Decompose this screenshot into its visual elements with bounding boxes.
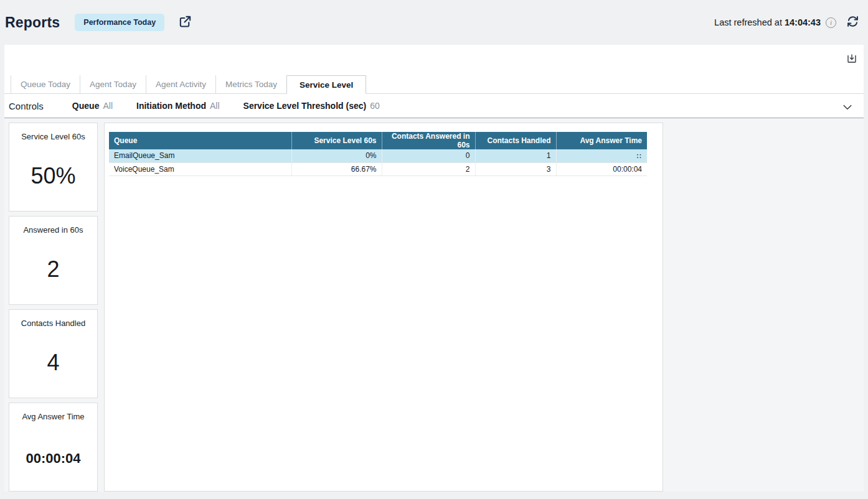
column-header-queue[interactable]: Queue xyxy=(109,132,291,149)
page-header: Reports Performance Today Last refreshed… xyxy=(0,0,868,45)
download-icon xyxy=(846,53,857,66)
kpi-card-service-level: Service Level 60s 50% xyxy=(9,123,98,212)
kpi-value: 00:00:04 xyxy=(9,450,97,467)
kpi-card-avg-answer-time: Avg Answer Time 00:00:04 xyxy=(9,403,98,492)
open-in-new-icon xyxy=(178,14,192,30)
kpi-card-answered-in-60s: Answered in 60s 2 xyxy=(9,216,98,305)
cell-queue-name[interactable]: VoiceQueue_Sam xyxy=(109,162,291,175)
controls-title: Controls xyxy=(9,101,44,111)
control-initiation-method[interactable]: Initiation MethodAll xyxy=(136,100,220,111)
kpi-label: Avg Answer Time xyxy=(9,412,97,421)
column-header-contacts-handled[interactable]: Contacts Handled xyxy=(475,132,556,149)
tab-agent-activity[interactable]: Agent Activity xyxy=(146,75,215,93)
control-queue[interactable]: QueueAll xyxy=(72,100,113,111)
tab-bar: Queue Today Agent Today Agent Activity M… xyxy=(4,75,864,94)
header-right: Last refreshed at 14:04:43 i xyxy=(714,15,859,30)
controls-collapse-button[interactable] xyxy=(841,101,854,115)
cell-contacts-answered[interactable]: 0 xyxy=(382,149,475,162)
refresh-icon xyxy=(846,15,859,30)
cell-service-level[interactable]: 66.67% xyxy=(291,162,382,175)
last-refreshed-time: 14:04:43 xyxy=(785,17,821,27)
cell-contacts-handled[interactable]: 3 xyxy=(475,162,556,175)
column-header-service-level-60s[interactable]: Service Level 60s xyxy=(291,132,382,149)
column-header-contacts-answered-in-60s[interactable]: Contacts Answered in 60s xyxy=(382,132,475,149)
cell-avg-answer-time[interactable]: :: xyxy=(556,149,647,162)
tab-queue-today[interactable]: Queue Today xyxy=(11,75,80,93)
column-header-avg-answer-time[interactable]: Avg Answer Time xyxy=(556,132,647,149)
tab-service-level[interactable]: Service Level xyxy=(286,75,366,94)
kpi-card-contacts-handled: Contacts Handled 4 xyxy=(9,309,98,398)
service-level-table-card: Queue Service Level 60s Contacts Answere… xyxy=(104,123,663,492)
cell-contacts-handled[interactable]: 1 xyxy=(475,149,556,162)
page-title: Reports xyxy=(5,14,60,31)
control-service-level-threshold[interactable]: Service Level Threshold (sec)60 xyxy=(243,100,380,111)
chevron-down-icon xyxy=(841,101,854,115)
kpi-label: Service Level 60s xyxy=(9,132,97,141)
download-button[interactable] xyxy=(846,53,857,66)
table-header-row: Queue Service Level 60s Contacts Answere… xyxy=(109,132,647,149)
cell-avg-answer-time[interactable]: 00:00:04 xyxy=(556,162,647,175)
tab-agent-today[interactable]: Agent Today xyxy=(80,75,146,93)
info-icon: i xyxy=(826,17,836,28)
tab-metrics-today[interactable]: Metrics Today xyxy=(215,75,286,93)
table-row-emailqueue[interactable]: EmailQueue_Sam 0% 0 1 :: xyxy=(109,149,647,162)
report-name-badge[interactable]: Performance Today xyxy=(75,14,164,31)
info-button[interactable]: i xyxy=(826,17,836,28)
kpi-value: 2 xyxy=(9,256,97,282)
service-level-table: Queue Service Level 60s Contacts Answere… xyxy=(109,132,647,176)
cell-service-level[interactable]: 0% xyxy=(291,149,382,162)
cell-contacts-answered[interactable]: 2 xyxy=(382,162,475,175)
table-row-voicequeue[interactable]: VoiceQueue_Sam 66.67% 2 3 00:00:04 xyxy=(109,162,647,175)
kpi-value: 50% xyxy=(9,163,97,189)
kpi-value: 4 xyxy=(9,350,97,376)
refresh-button[interactable] xyxy=(846,15,859,30)
dashboard-sheet: Service Level 60s 50% Answered in 60s 2 … xyxy=(4,118,864,492)
last-refreshed-label: Last refreshed at 14:04:43 xyxy=(714,17,821,27)
open-in-new-button[interactable] xyxy=(178,14,192,30)
controls-bar: Controls QueueAll Initiation MethodAll S… xyxy=(4,94,864,118)
kpi-label: Contacts Handled xyxy=(9,319,97,328)
dashboard-panel: Queue Today Agent Today Agent Activity M… xyxy=(4,45,864,118)
kpi-label: Answered in 60s xyxy=(9,225,97,235)
cell-queue-name[interactable]: EmailQueue_Sam xyxy=(109,149,291,162)
